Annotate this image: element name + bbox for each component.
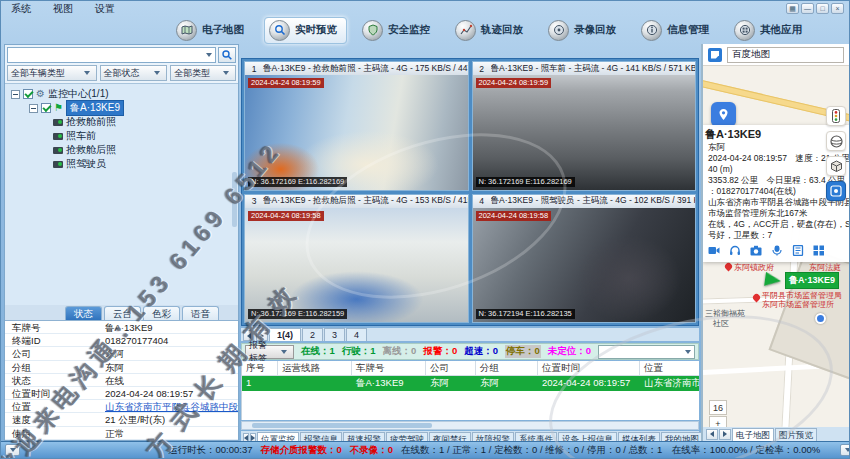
col-time[interactable]: 位置时间 <box>538 361 640 375</box>
traffic-icon[interactable] <box>826 106 846 126</box>
status-filter[interactable]: 全部状态 <box>100 65 168 81</box>
video-cell-2[interactable]: 2鲁A·13KE9 - 照车前 - 主码流 - 4G - 141 KB/S / … <box>472 61 697 191</box>
menu-view[interactable]: 视图 <box>53 2 73 16</box>
tab-ptz[interactable]: 云台 <box>104 306 141 320</box>
video-viewport[interactable]: 2024-04-24 08:19:59 N: 36.172169 E:116.2… <box>473 75 696 190</box>
root-checkbox[interactable] <box>23 89 33 99</box>
tree-channel-row[interactable]: 抢救舱前照 <box>7 115 236 129</box>
location-link[interactable]: 山东省济南市平阴县谷城路中段平阴 <box>105 400 238 412</box>
zoom-in-button[interactable]: + <box>709 416 727 427</box>
menu-settings[interactable]: 设置 <box>95 2 115 16</box>
tab-color[interactable]: 色彩 <box>143 306 180 320</box>
tab-emap[interactable]: 电子地图 <box>732 428 774 441</box>
tree-root-row[interactable]: ⚙ 监控中心(1/1) <box>7 87 236 101</box>
video-gps-overlay: N: 36.172169 E:116.282169 <box>248 177 347 187</box>
video-camera-icon[interactable] <box>708 245 720 256</box>
tab-status[interactable]: 状态 <box>65 306 102 320</box>
panorama-icon[interactable] <box>826 131 846 151</box>
document-icon[interactable] <box>792 245 804 256</box>
tree-channel-row[interactable]: 抢救舱后照 <box>7 143 236 157</box>
card-line: 市场监督管理所东北167米 <box>708 208 846 219</box>
tree-vehicle-row[interactable]: ⚑ 鲁A·13KE9 <box>7 101 236 115</box>
info-label: 分组 <box>5 361 105 373</box>
col-company[interactable]: 公司 <box>426 361 476 375</box>
tree-scrollbar[interactable] <box>232 172 237 227</box>
collapse-icon[interactable] <box>29 104 38 113</box>
video-cell-4[interactable]: 4鲁A·13KE9 - 照驾驶员 - 主码流 - 4G - 102 KB/S /… <box>472 194 697 324</box>
more-apps-icon[interactable] <box>813 245 825 256</box>
status-menu-button[interactable] <box>5 444 20 456</box>
table-row[interactable]: 1 鲁A·13KE9 东阿 东阿 2024-04-24 08:19:57 山东省… <box>242 376 699 391</box>
toolbar-playback-button[interactable]: 录像回放 <box>543 17 626 44</box>
magnifier-icon <box>269 20 290 41</box>
video-viewport[interactable]: 2024-04-24 08:19:58 N: 36.172169 E:116.2… <box>245 208 468 323</box>
tree-channel-row[interactable]: 照车前 <box>7 129 236 143</box>
map-toolbar: 百度地图 <box>703 44 849 66</box>
collapse-icon[interactable] <box>11 90 20 99</box>
poi-estate-2[interactable]: 社区 <box>713 318 729 329</box>
intercom-icon[interactable] <box>771 245 783 256</box>
toolbar-info-button[interactable]: 信息管理 <box>636 17 719 44</box>
tabs-prev-button[interactable] <box>706 429 718 440</box>
vehicle-type-filter[interactable]: 全部车辆类型 <box>7 65 97 81</box>
menu-system[interactable]: 系统 <box>11 2 31 16</box>
headset-icon[interactable] <box>729 245 741 256</box>
poi-pin[interactable] <box>724 262 734 272</box>
video-cell-1[interactable]: 1鲁A·13KE9 - 抢救舱前照 - 主码流 - 4G - 175 KB/S … <box>244 61 469 191</box>
tab-image-preview[interactable]: 图片预览 <box>775 428 817 441</box>
video-cell-3[interactable]: 3鲁A·13KE9 - 抢救舱后照 - 主码流 - 4G - 153 KB/S … <box>244 194 469 324</box>
video-viewport[interactable]: 2024-04-24 08:19:58 N: 36.172194 E:116.2… <box>473 208 696 323</box>
tabs-next-button[interactable] <box>719 429 731 440</box>
info-value: 2024-04-24 08:19:57 <box>105 387 238 399</box>
vehicle-marker-icon[interactable] <box>764 272 782 288</box>
toolbar-emap-button[interactable]: 电子地图 <box>171 17 254 44</box>
col-seq[interactable]: 序号 <box>242 361 278 375</box>
map-file-icon[interactable] <box>708 48 722 62</box>
tree-channel-row[interactable]: 照驾驶员 <box>7 157 236 171</box>
maximize-icon[interactable]: □ <box>816 3 829 14</box>
cube-3d-icon[interactable] <box>826 156 846 176</box>
page-tab-3[interactable]: 3 <box>324 328 345 341</box>
toolbar-track-button[interactable]: 轨迹回放 <box>450 17 533 44</box>
scrollbar-thumb[interactable] <box>252 423 432 428</box>
video-viewport[interactable]: 2024-04-24 08:19:59 N: 36.172169 E:116.2… <box>245 75 468 190</box>
toolbar-label: 录像回放 <box>574 23 616 37</box>
tab-voice[interactable]: 语音 <box>182 306 219 320</box>
poi-community-icon[interactable] <box>815 313 826 324</box>
col-group[interactable]: 分组 <box>476 361 538 375</box>
toolbar-live-preview-button[interactable]: 实时预览 <box>264 17 347 44</box>
status-expand-button[interactable] <box>840 444 850 456</box>
poi-admin-office[interactable]: 东阿市场监督管理所 <box>762 299 834 310</box>
camera-icon[interactable] <box>750 245 762 256</box>
status-bar: 运行时长：00:00:37 存储介质报警数：0 不录像：0 在线数：1 / 正常… <box>1 441 849 458</box>
toolbar-other-apps-button[interactable]: 其他应用 <box>729 17 812 44</box>
page-tab-2[interactable]: 2 <box>302 328 323 341</box>
alarm-dropdown[interactable] <box>598 345 695 359</box>
vehicle-search-input[interactable] <box>7 47 216 63</box>
search-button[interactable] <box>218 47 236 63</box>
search-row <box>5 45 238 65</box>
vehicle-marker-label[interactable]: 鲁A·13KE9 <box>785 272 839 289</box>
toolbar-safety-button[interactable]: 安全监控 <box>357 17 440 44</box>
map-canvas[interactable]: 鲁A·13KE9 东阿 2024-04-24 08:19:57 速度：21 公里… <box>703 66 849 427</box>
map-provider-select[interactable]: 百度地图 <box>727 47 844 63</box>
video-title: 鲁A·13KE9 - 照车前 - 主码流 - 4G - 141 KB/S / 5… <box>491 63 696 75</box>
minimize-icon[interactable]: — <box>801 3 814 14</box>
locate-button[interactable] <box>711 102 736 127</box>
video-title: 鲁A·13KE9 - 抢救舱后照 - 主码流 - 4G - 153 KB/S /… <box>263 195 468 207</box>
satellite-icon[interactable] <box>826 181 846 201</box>
type-filter[interactable]: 全部类型 <box>170 65 236 81</box>
close-icon[interactable]: × <box>831 3 844 14</box>
col-location[interactable]: 位置 <box>640 361 699 375</box>
alarm-tag-button[interactable]: 报警标签 <box>245 345 294 359</box>
window-menu-icon[interactable]: ▦ <box>786 3 799 14</box>
page-tab-4[interactable]: 4 <box>346 328 367 341</box>
chevron-down-icon <box>10 448 16 452</box>
video-title: 鲁A·13KE9 - 抢救舱前照 - 主码流 - 4G - 175 KB/S /… <box>263 63 468 75</box>
vehicle-checkbox[interactable] <box>41 103 51 113</box>
table-horizontal-scrollbar[interactable] <box>241 421 699 430</box>
col-plate[interactable]: 车牌号 <box>352 361 426 375</box>
video-gps-overlay: N: 36.172169 E:116.282169 <box>476 177 575 187</box>
chevron-down-icon <box>223 71 229 75</box>
col-line[interactable]: 运营线路 <box>278 361 352 375</box>
